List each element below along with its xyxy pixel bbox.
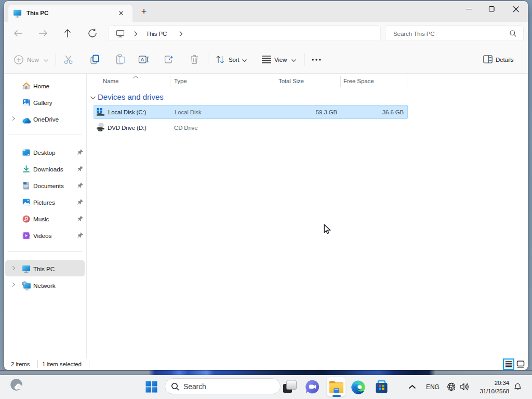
svg-text:A: A: [141, 57, 144, 62]
